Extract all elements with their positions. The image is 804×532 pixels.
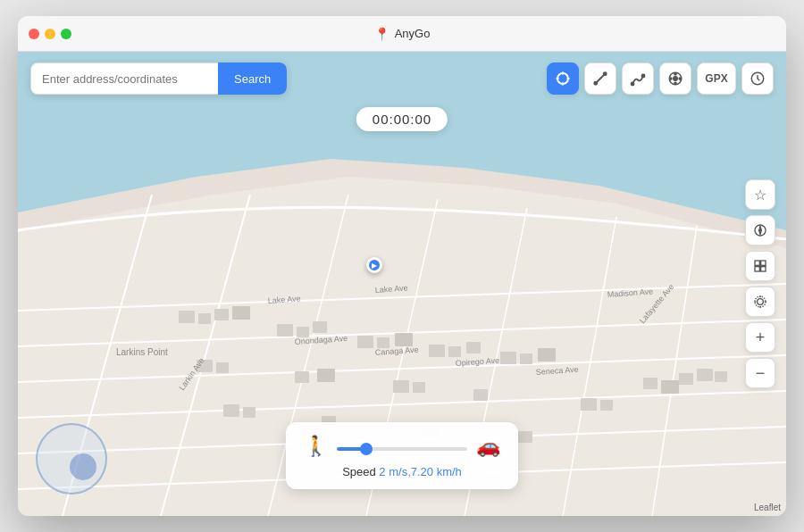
attribution-text: Leaflet: [754, 503, 781, 512]
star-icon: ☆: [754, 187, 766, 204]
speed-panel: 🚶 🚗 Speed 2 m/s,7.20 km/h: [286, 422, 518, 489]
speed-slider-wrap: [337, 438, 467, 454]
layers-button[interactable]: [745, 251, 775, 281]
svg-rect-39: [223, 404, 239, 417]
svg-rect-31: [538, 348, 556, 362]
svg-point-73: [674, 82, 676, 84]
svg-rect-46: [643, 378, 657, 389]
svg-rect-37: [413, 382, 425, 393]
search-input[interactable]: [30, 62, 218, 95]
route-multi-button[interactable]: [622, 62, 654, 95]
timer-badge: 00:00:00: [356, 107, 448, 131]
svg-point-66: [594, 82, 597, 85]
favorites-button[interactable]: ☆: [745, 179, 775, 210]
speed-slider[interactable]: [337, 447, 467, 451]
zoom-out-button[interactable]: −: [745, 358, 775, 388]
svg-rect-45: [600, 400, 613, 411]
svg-point-75: [679, 78, 681, 79]
toolbar: Search: [18, 62, 786, 95]
joystick-control[interactable]: [36, 423, 107, 495]
svg-marker-78: [759, 226, 762, 234]
app-window: 📍 AnyGo: [18, 16, 786, 516]
search-group: Search: [30, 62, 287, 95]
svg-rect-16: [179, 311, 195, 323]
svg-rect-44: [581, 398, 597, 411]
close-button[interactable]: [29, 29, 39, 39]
traffic-lights: [29, 29, 71, 39]
joystick-outer[interactable]: [36, 423, 107, 495]
svg-rect-38: [473, 389, 488, 401]
svg-rect-28: [466, 342, 481, 353]
svg-rect-50: [715, 371, 727, 382]
svg-rect-40: [243, 407, 255, 418]
svg-rect-81: [755, 267, 759, 271]
location-arrow-icon: ▶: [372, 262, 377, 270]
svg-rect-30: [520, 353, 532, 364]
right-sidebar: ☆: [745, 179, 775, 388]
svg-rect-36: [393, 380, 409, 393]
speed-label: Speed: [342, 465, 376, 478]
crosshair-icon: [555, 71, 571, 87]
joystick-tool-button[interactable]: [659, 62, 691, 95]
svg-rect-22: [313, 321, 327, 333]
compass-icon: [753, 223, 767, 237]
history-button[interactable]: [741, 62, 774, 95]
svg-rect-34: [295, 371, 309, 383]
app-title: 📍 AnyGo: [374, 27, 431, 41]
svg-rect-47: [661, 380, 679, 394]
crosshair-tool-button[interactable]: [547, 62, 579, 95]
svg-rect-33: [216, 362, 229, 373]
map-attribution: Leaflet: [754, 503, 781, 512]
titlebar: 📍 AnyGo: [18, 16, 786, 52]
svg-rect-20: [277, 324, 293, 337]
route-multi-icon: [630, 71, 646, 87]
svg-point-74: [670, 78, 672, 79]
search-button[interactable]: Search: [218, 62, 287, 95]
svg-point-71: [674, 77, 678, 81]
compass-button[interactable]: [745, 215, 775, 245]
svg-point-61: [557, 73, 568, 84]
svg-point-72: [674, 73, 676, 75]
joystick-inner[interactable]: [70, 453, 96, 480]
svg-rect-80: [761, 261, 766, 265]
joystick-icon: [667, 71, 683, 87]
zoom-in-icon: +: [756, 328, 766, 347]
svg-rect-49: [697, 369, 713, 381]
svg-rect-79: [755, 261, 759, 265]
svg-rect-48: [679, 373, 693, 385]
svg-rect-25: [395, 333, 413, 346]
map-area[interactable]: Lake Ave Lake Ave Onondaga Ave Canaga Av…: [18, 52, 786, 516]
svg-rect-23: [357, 336, 373, 348]
gpx-button[interactable]: GPX: [697, 62, 736, 95]
locate-icon: [753, 295, 767, 309]
svg-rect-17: [198, 313, 211, 324]
minimize-button[interactable]: [45, 29, 55, 39]
zoom-out-icon: −: [756, 364, 766, 383]
svg-point-68: [632, 83, 634, 86]
svg-point-83: [758, 299, 764, 305]
speed-icons-row: 🚶 🚗: [304, 435, 500, 458]
locate-button[interactable]: [745, 287, 775, 317]
zoom-in-button[interactable]: +: [745, 322, 775, 353]
svg-rect-27: [448, 346, 461, 357]
svg-rect-18: [214, 309, 229, 320]
svg-point-84: [755, 296, 766, 307]
car-icon: 🚗: [476, 435, 500, 458]
walker-icon: 🚶: [304, 435, 328, 458]
route-straight-icon: [592, 71, 608, 87]
svg-point-69: [642, 75, 645, 78]
route-straight-button[interactable]: [584, 62, 616, 95]
right-tools: GPX: [547, 62, 774, 95]
svg-rect-35: [317, 369, 335, 382]
svg-rect-19: [232, 306, 250, 320]
speed-value: 2 m/s,7.20 km/h: [379, 465, 461, 478]
layers-icon: [753, 259, 767, 273]
app-name: AnyGo: [395, 27, 431, 40]
location-marker: ▶: [366, 257, 382, 273]
svg-text:Larkins Point: Larkins Point: [116, 347, 168, 357]
maximize-button[interactable]: [61, 29, 71, 39]
pin-icon: 📍: [374, 27, 389, 41]
history-icon: [750, 71, 766, 87]
speed-text: Speed 2 m/s,7.20 km/h: [304, 465, 500, 478]
svg-rect-29: [500, 352, 516, 364]
